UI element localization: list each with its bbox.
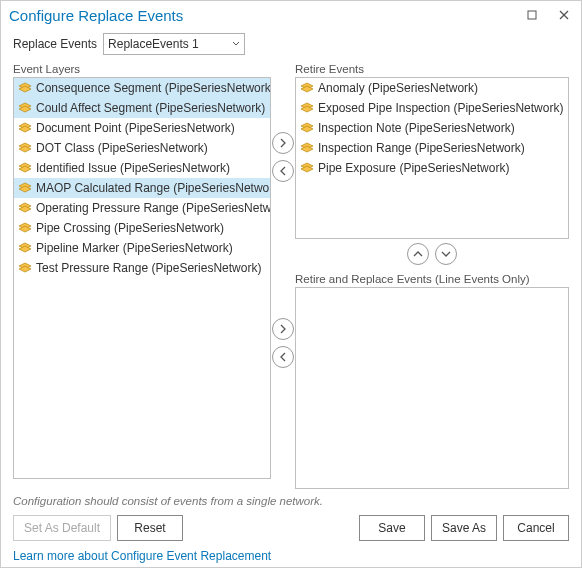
layer-icon <box>18 82 32 94</box>
event-layer-item[interactable]: DOT Class (PipeSeriesNetwork) <box>14 138 270 158</box>
list-item-label: Operating Pressure Range (PipeSeriesNetw… <box>36 201 271 215</box>
replace-events-value: ReplaceEvents 1 <box>108 37 199 51</box>
svg-rect-0 <box>528 11 536 19</box>
event-layer-item[interactable]: Test Pressure Range (PipeSeriesNetwork) <box>14 258 270 278</box>
event-layer-item[interactable]: Consequence Segment (PipeSeriesNetwork) <box>14 78 270 98</box>
list-item-label: Pipe Exposure (PipeSeriesNetwork) <box>318 161 509 175</box>
retire-replace-events-label: Retire and Replace Events (Line Events O… <box>295 273 569 285</box>
list-item-label: DOT Class (PipeSeriesNetwork) <box>36 141 208 155</box>
learn-more-link[interactable]: Learn more about Configure Event Replace… <box>1 545 581 568</box>
replace-events-row: Replace Events ReplaceEvents 1 <box>1 29 581 59</box>
layer-icon <box>18 202 32 214</box>
replace-events-label: Replace Events <box>13 37 97 51</box>
move-from-retire-button[interactable] <box>272 160 294 182</box>
layer-icon <box>300 162 314 174</box>
layer-icon <box>18 182 32 194</box>
retire-replace-events-list[interactable] <box>295 287 569 489</box>
event-layer-item[interactable]: Identified Issue (PipeSeriesNetwork) <box>14 158 270 178</box>
event-layers-label: Event Layers <box>13 63 271 75</box>
retire-event-item[interactable]: Pipe Exposure (PipeSeriesNetwork) <box>296 158 568 178</box>
maximize-button[interactable] <box>523 6 541 24</box>
list-item-label: Exposed Pipe Inspection (PipeSeriesNetwo… <box>318 101 563 115</box>
retire-event-item[interactable]: Inspection Note (PipeSeriesNetwork) <box>296 118 568 138</box>
event-layer-item[interactable]: MAOP Calculated Range (PipeSeriesNetwork… <box>14 178 270 198</box>
list-item-label: Inspection Range (PipeSeriesNetwork) <box>318 141 525 155</box>
layer-icon <box>300 142 314 154</box>
move-down-button[interactable] <box>435 243 457 265</box>
chevron-down-icon <box>232 41 240 47</box>
retire-event-item[interactable]: Inspection Range (PipeSeriesNetwork) <box>296 138 568 158</box>
event-layer-item[interactable]: Could Affect Segment (PipeSeriesNetwork) <box>14 98 270 118</box>
retire-events-label: Retire Events <box>295 63 569 75</box>
save-as-button[interactable]: Save As <box>431 515 497 541</box>
layer-icon <box>300 122 314 134</box>
button-row: Set As Default Reset Save Save As Cancel <box>1 511 581 545</box>
list-item-label: Could Affect Segment (PipeSeriesNetwork) <box>36 101 265 115</box>
list-item-label: Inspection Note (PipeSeriesNetwork) <box>318 121 515 135</box>
layer-icon <box>18 262 32 274</box>
move-up-button[interactable] <box>407 243 429 265</box>
layer-icon <box>18 122 32 134</box>
close-button[interactable] <box>555 6 573 24</box>
move-to-retire-button[interactable] <box>272 132 294 154</box>
layer-icon <box>18 162 32 174</box>
layer-icon <box>18 242 32 254</box>
set-as-default-button: Set As Default <box>13 515 111 541</box>
event-layer-item[interactable]: Operating Pressure Range (PipeSeriesNetw… <box>14 198 270 218</box>
replace-events-dropdown[interactable]: ReplaceEvents 1 <box>103 33 245 55</box>
event-layer-item[interactable]: Pipe Crossing (PipeSeriesNetwork) <box>14 218 270 238</box>
move-from-replace-button[interactable] <box>272 346 294 368</box>
move-to-replace-button[interactable] <box>272 318 294 340</box>
retire-event-item[interactable]: Anomaly (PipeSeriesNetwork) <box>296 78 568 98</box>
list-item-label: Consequence Segment (PipeSeriesNetwork) <box>36 81 271 95</box>
list-item-label: Document Point (PipeSeriesNetwork) <box>36 121 235 135</box>
configuration-hint: Configuration should consist of events f… <box>1 489 581 511</box>
configure-replace-events-dialog: Configure Replace Events Replace Events … <box>0 0 582 568</box>
list-item-label: Identified Issue (PipeSeriesNetwork) <box>36 161 230 175</box>
reset-button[interactable]: Reset <box>117 515 183 541</box>
layer-icon <box>18 222 32 234</box>
event-layer-item[interactable]: Document Point (PipeSeriesNetwork) <box>14 118 270 138</box>
cancel-button[interactable]: Cancel <box>503 515 569 541</box>
dialog-title: Configure Replace Events <box>9 7 509 24</box>
list-item-label: Anomaly (PipeSeriesNetwork) <box>318 81 478 95</box>
save-button[interactable]: Save <box>359 515 425 541</box>
event-layer-item[interactable]: Pipeline Marker (PipeSeriesNetwork) <box>14 238 270 258</box>
list-item-label: Pipe Crossing (PipeSeriesNetwork) <box>36 221 224 235</box>
layer-icon <box>300 102 314 114</box>
list-item-label: Pipeline Marker (PipeSeriesNetwork) <box>36 241 233 255</box>
list-item-label: Test Pressure Range (PipeSeriesNetwork) <box>36 261 261 275</box>
retire-event-item[interactable]: Exposed Pipe Inspection (PipeSeriesNetwo… <box>296 98 568 118</box>
retire-events-list[interactable]: Anomaly (PipeSeriesNetwork)Exposed Pipe … <box>295 77 569 239</box>
titlebar: Configure Replace Events <box>1 1 581 29</box>
layer-icon <box>300 82 314 94</box>
layer-icon <box>18 102 32 114</box>
event-layers-list[interactable]: Consequence Segment (PipeSeriesNetwork)C… <box>13 77 271 479</box>
layer-icon <box>18 142 32 154</box>
list-item-label: MAOP Calculated Range (PipeSeriesNetwork… <box>36 181 271 195</box>
